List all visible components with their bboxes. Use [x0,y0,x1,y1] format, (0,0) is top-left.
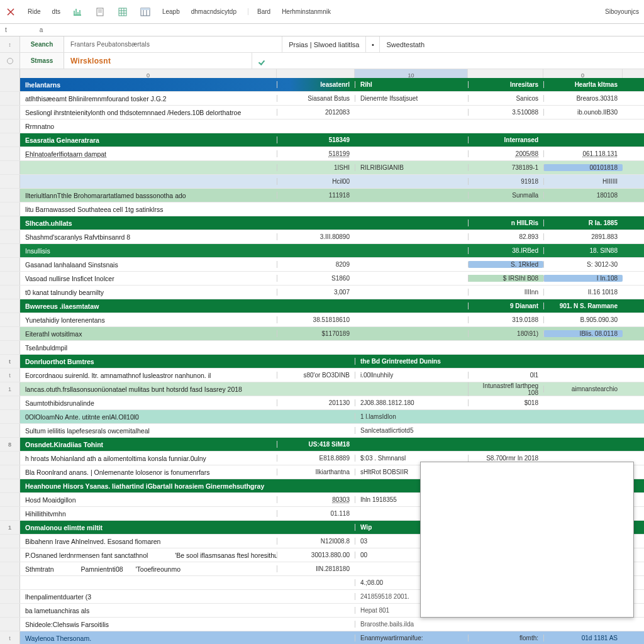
grid-row[interactable]: tEorcordnaou suirenld. ltr. amnamathnof … [0,369,644,382]
cell[interactable]: Bla Roonlrand anans. | Onlemenante lolos… [20,469,277,476]
row-number[interactable] [0,272,20,285]
row-number[interactable] [0,548,20,562]
cell[interactable]: IBlis. 08.0118 [543,330,623,337]
cell[interactable]: Saumtothibidsrunalinde [20,399,277,407]
cell[interactable]: Slhcath.uhllats [20,219,277,227]
cell[interactable]: h hroats Mohianland ath a ailomentoltima… [20,455,277,462]
cell[interactable]: 38.51818610 [277,316,355,323]
cell[interactable]: S. 1RkIed [468,261,543,268]
cell[interactable]: 9 Dianant [468,303,543,309]
cell[interactable]: ib.ounob.lIB30 [543,109,623,116]
cell[interactable]: $1170189 [277,330,355,337]
grid-row[interactable]: IhelantarnsIeasatenrlRihlInresitarsHearl… [0,78,644,92]
cell[interactable]: Tseânbuldmpil [20,344,277,352]
cell[interactable]: 518349 [277,136,355,143]
cell[interactable]: aimnanstearchio [543,386,623,392]
cell[interactable]: the Bd Grintreetted Dunins [355,358,468,365]
context-tab-1[interactable]: Seanch [20,36,64,52]
cell[interactable]: Gasanad lanhalaand Sinstsnais [20,261,277,269]
cell[interactable]: S8.700rmr In 2018 [468,455,543,462]
row-number[interactable] [0,327,20,340]
cell[interactable]: lhenpalimentduarter (3 [20,593,277,601]
cell[interactable]: t0 kanat talnundiy bearnilty [20,289,277,296]
cell[interactable]: i.00llnuhhily [355,372,468,379]
cell[interactable]: Vasoad nullirse Insficet Inolcer [20,275,277,282]
cell[interactable]: Sultum ielilitis lapefesesrals owcemital… [20,427,277,435]
cell[interactable]: 18. SIN88 [543,247,623,254]
cell[interactable]: Brarosthe.bails.ilda [355,621,468,628]
context-check-icon[interactable] [252,53,274,69]
cell[interactable]: $018 [468,399,543,406]
grid-row[interactable]: 1lancas.otuth.frsllasonsuonüonatael muli… [0,382,644,396]
cell[interactable]: $:03 . Shmnansl [355,455,468,462]
row-number[interactable] [0,396,20,409]
cell[interactable]: Heanhoune Hisors Ysanas. liathartind iGb… [20,482,277,490]
row-number[interactable] [0,119,20,133]
grid-row[interactable]: atlhthisæeamt Bhlinilremnmfourand tosker… [0,92,644,106]
row-number[interactable] [0,244,20,257]
grid-row[interactable]: Shideole:Clehswis FarsoitilisBrarosthe.b… [0,618,644,631]
cell[interactable]: Ehlnatoaferlfiotaarn dampat [20,150,277,158]
grid-row[interactable]: Sesliongl ihrstnteienitylonth ond thdsot… [0,106,644,119]
ribbon-table-icon[interactable] [140,6,151,18]
cell[interactable]: Bibahenn Irave Ahlnelnved. Esosand fioma… [20,538,277,545]
row-number[interactable]: 1 [0,382,20,396]
cell[interactable]: Shashmd'scaranlys Rafvtbinsanrd 8 [20,233,277,241]
cell[interactable]: s80'or BO3DINB [277,372,355,379]
cell[interactable]: Intunastrefl larthpeg 108 [468,382,543,396]
cell[interactable]: Onmalonou elimtte miltit [20,524,277,531]
cell[interactable]: IIIInn [468,289,543,296]
cell[interactable]: Hosd Moaidgillon [20,496,277,504]
cell[interactable]: 901. N S. Rammane [543,303,623,309]
cell[interactable]: n HIlLRis [468,219,543,226]
cell[interactable]: Eorcordnaou suirenld. ltr. amnamathnof l… [20,372,277,379]
ribbon-doc-icon[interactable] [94,6,106,18]
grid-row[interactable]: Yunetahidiy lonterenentans38.51818610319… [0,313,644,327]
ribbon-item-10[interactable]: Siboyounjcs [605,8,639,15]
cell[interactable]: 2012083 [277,109,355,116]
cell[interactable]: Waylenoa Thersonam. [20,635,277,642]
cell[interactable]: 0l1 [468,372,543,379]
row-number[interactable] [0,479,20,492]
row-number[interactable] [0,604,20,617]
cell[interactable]: 3.510088 [468,109,543,116]
grid-row[interactable]: Esasratia Geinaeratrara518349Interransed [0,133,644,147]
cell[interactable]: 01.118 [277,510,355,517]
cell[interactable]: Sanlcetaatlicrtiotd5 [355,427,468,434]
ribbon-item-7[interactable]: dhmacndsicytdp [191,8,236,15]
grid-row[interactable]: Sultum ielilitis lapefesesrals owcemital… [0,424,644,438]
cell[interactable]: Hearlta kItmas [543,81,623,88]
cell[interactable]: S1860 [277,275,355,282]
cell[interactable]: 2891.883 [543,233,623,240]
row-number[interactable] [0,203,20,216]
grid-row[interactable]: Saumtothibidsrunalinde2011302J08.388.181… [0,396,644,410]
cell[interactable]: ba lametuanchiras als [20,607,277,614]
cell[interactable]: Onsndet.Kiradiias Tohint [20,441,277,448]
cell[interactable]: $ IRSIhl B08 [468,275,543,282]
grid-row[interactable]: Shashmd'scaranlys Rafvtbinsanrd 83.III.8… [0,230,644,244]
row-number[interactable] [0,507,20,520]
row-number[interactable] [0,590,20,603]
row-number[interactable] [0,189,20,202]
ribbon-item-1[interactable]: dts [52,8,60,15]
cell[interactable]: Rihl [355,81,468,88]
cell[interactable]: Brearos.30318 [543,95,623,102]
row-number[interactable] [0,133,20,147]
grid-row[interactable]: t0 kanat talnundiy bearnilty3,007IIIInnI… [0,286,644,299]
cell[interactable]: II.16 10I18 [543,289,623,296]
cell[interactable]: 38.IRBed [468,247,543,254]
cell[interactable]: 3,007 [277,289,355,296]
cell[interactable]: 2005/88 [468,150,543,157]
cell[interactable]: N12I008.8 [277,538,355,545]
cell[interactable]: 30013.880.00 [277,552,355,558]
row-number[interactable] [0,424,20,437]
cell[interactable]: litu Barnawassed Southateea cell 1tg sat… [20,206,277,213]
cell[interactable]: 8209 [277,261,355,268]
row-number[interactable] [0,230,20,243]
cell[interactable]: 180\91) [468,330,543,337]
grid-row[interactable]: 0OlOloamNo Ante. utitnte enlAl.Oll10l01 … [0,410,644,424]
cell[interactable]: Yunetahidiy lonterenentans [20,316,277,324]
cell[interactable]: flomth: [468,635,543,641]
cell[interactable]: 3.III.80890 [277,233,355,240]
cell[interactable]: atlhthisæeamt Bhlinilremnmfourand tosker… [20,95,277,103]
